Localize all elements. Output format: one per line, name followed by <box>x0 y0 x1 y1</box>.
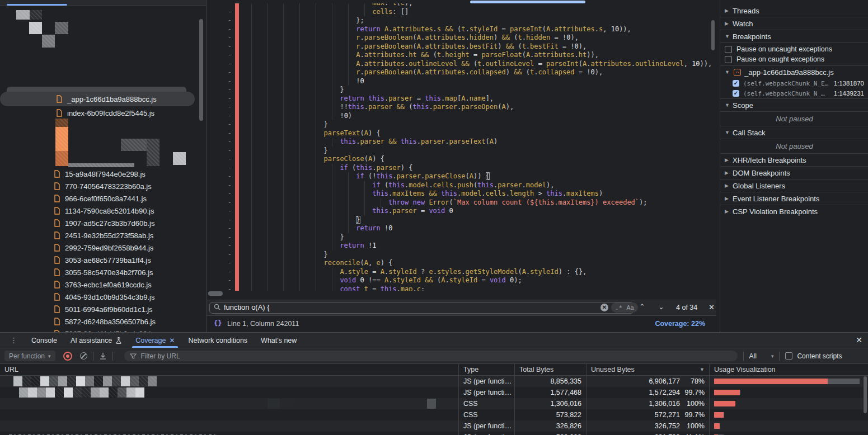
drawer-tab-coverage[interactable]: Coverage✕ <box>129 333 181 348</box>
sidebar-section-threads[interactable]: ▶Threads <box>720 4 868 17</box>
gutter-line-marker[interactable]: - <box>222 60 232 69</box>
file-item[interactable]: 1907-ad5c27c3b3b7d60b.js <box>54 217 154 229</box>
code-view[interactable]: - max: t(e),- cells: []- };- return A.at… <box>207 3 716 291</box>
gutter-line-marker[interactable]: - <box>222 259 232 268</box>
coverage-mode-dropdown[interactable]: Per function ▾ <box>4 351 55 361</box>
gutter-line-marker[interactable]: - <box>222 146 232 155</box>
gutter-line-marker[interactable]: - <box>222 34 232 42</box>
pause-exceptions-option[interactable]: Pause on uncaught exceptions <box>720 44 868 54</box>
sidebar-section-call-stack[interactable]: ▼Call Stack <box>720 126 868 139</box>
clear-coverage-button[interactable] <box>80 352 87 360</box>
close-search-icon[interactable]: ✕ <box>709 303 715 311</box>
table-row[interactable]: JS (per functi…1,577,4681,572,29499.7% <box>0 387 868 398</box>
file-item[interactable]: 1134-7590ca8c52014b90.js <box>54 205 154 217</box>
gutter-line-marker[interactable]: - <box>222 172 232 181</box>
pause-exceptions-option[interactable]: Pause on caught exceptions <box>720 54 868 64</box>
file-item[interactable]: 770-740564783223b60a.js <box>54 180 152 192</box>
file-item[interactable]: index-6b09fcdd8e2f5445.js <box>56 107 154 119</box>
search-next-icon[interactable]: ⌄ <box>658 302 664 311</box>
file-item[interactable]: 3053-ae68c57739ba1ff4.js <box>54 254 151 266</box>
file-item[interactable]: 5872-d6248ba3506507b6.js <box>54 315 156 328</box>
drawer-menu-icon[interactable]: ⋮ <box>10 336 18 344</box>
match-case-toggle[interactable]: Aa <box>626 304 634 311</box>
file-item[interactable]: 3055-58c5470e34b2f706.js <box>54 266 153 278</box>
gutter-line-marker[interactable]: - <box>222 190 232 198</box>
gutter-line-marker[interactable]: - <box>222 181 232 190</box>
file-item-selected[interactable]: _app-1c66d1ba9a888bcc.js <box>56 93 157 105</box>
gutter-line-marker[interactable]: - <box>222 120 232 129</box>
gutter-line-marker[interactable]: - <box>222 129 232 138</box>
gutter-line-marker[interactable]: - <box>222 233 232 242</box>
sidebar-section-watch[interactable]: ▶Watch <box>720 17 868 30</box>
file-item[interactable]: 2992-759ed9bf2658b944.js <box>54 242 153 254</box>
gutter-line-marker[interactable]: - <box>222 268 232 277</box>
file-item[interactable]: 5011-6994a6f9b60dd1c1.js <box>54 303 153 315</box>
sidebar-section-scope[interactable]: ▼Scope <box>720 98 868 111</box>
gutter-line-marker[interactable]: - <box>222 155 232 164</box>
navigator-scrollbar[interactable] <box>199 19 203 121</box>
content-scripts-checkbox[interactable] <box>785 352 792 360</box>
file-item[interactable]: 2451-9e32b55d273f58ab.js <box>54 229 153 242</box>
gutter-line-marker[interactable]: - <box>222 103 232 112</box>
gutter-line-marker[interactable]: - <box>222 68 232 77</box>
column-header-type[interactable]: Type <box>459 364 515 375</box>
table-row[interactable]: CSS573,822572,27199.7% <box>0 409 868 420</box>
breakpoint-file-group[interactable]: ▼‹›_app-1c66d1ba9a888bcc.js <box>720 65 868 78</box>
drawer-tab-console[interactable]: Console <box>25 333 64 348</box>
close-drawer-icon[interactable]: ✕ <box>856 335 862 344</box>
gutter-line-marker[interactable]: - <box>222 242 232 250</box>
gutter-line-marker[interactable]: - <box>222 198 232 207</box>
sidebar-section-event-listener-breakpoints[interactable]: ▶Event Listener Breakpoints <box>720 192 868 205</box>
search-input[interactable] <box>209 302 634 314</box>
filter-by-url-input[interactable]: Filter by URL <box>124 351 738 361</box>
breakpoint-entry[interactable]: ✓(self.webpackChunk_N_E…1:1381870 <box>720 78 868 88</box>
checkbox-unchecked[interactable] <box>725 56 732 63</box>
export-icon[interactable] <box>99 352 107 360</box>
gutter-line-marker[interactable]: - <box>222 77 232 86</box>
gutter-line-marker[interactable]: - <box>222 8 232 17</box>
record-coverage-button[interactable] <box>63 352 72 361</box>
gutter-line-marker[interactable]: - <box>222 276 232 285</box>
checkbox-unchecked[interactable] <box>725 46 732 53</box>
gutter-line-marker[interactable]: - <box>222 25 232 34</box>
gutter-line-marker[interactable]: - <box>222 207 232 216</box>
table-row[interactable]: JS (per functi…326,826326,752100% <box>0 420 868 432</box>
column-header-total-bytes[interactable]: Total Bytes <box>515 364 587 375</box>
coverage-percent-link[interactable]: Coverage: 22% <box>655 320 705 328</box>
gutter-line-marker[interactable]: - <box>222 16 232 25</box>
table-row[interactable]: JS (per functi…8,856,3356,906,17778% <box>0 376 868 387</box>
table-row[interactable]: JS (per functi…563,908231,79841.1% <box>0 432 868 435</box>
file-item[interactable]: 966-6cef0f650c8a7441.js <box>54 192 147 205</box>
checkbox-checked[interactable]: ✓ <box>733 90 739 97</box>
table-row[interactable]: CSS1,306,0161,306,016100% <box>0 398 868 409</box>
column-header-unused-bytes[interactable]: Unused Bytes▼ <box>587 364 710 375</box>
search-previous-icon[interactable]: ⌃ <box>639 302 645 311</box>
drawer-tab-network-conditions[interactable]: Network conditions <box>181 333 254 348</box>
gutter-line-marker[interactable]: - <box>222 51 232 60</box>
coverage-table-scrollbar[interactable] <box>864 376 867 413</box>
file-item[interactable]: 15-a9a48f7944e0e298.js <box>54 168 146 180</box>
gutter-line-marker[interactable]: - <box>222 94 232 103</box>
file-item[interactable]: 3763-ecbc1ef0a619ccdc.js <box>54 278 152 291</box>
gutter-line-marker[interactable]: - <box>222 3 232 8</box>
gutter-line-marker[interactable]: - <box>222 164 232 173</box>
gutter-line-marker[interactable]: - <box>222 138 232 146</box>
editor-horizontal-scrollbar[interactable] <box>208 291 223 296</box>
pretty-print-icon[interactable]: {} <box>214 319 222 327</box>
regex-toggle[interactable]: .* <box>615 304 622 311</box>
gutter-line-marker[interactable]: - <box>222 42 232 51</box>
coverage-type-filter-dropdown[interactable]: All ▾ <box>749 352 774 360</box>
sidebar-section-dom-breakpoints[interactable]: ▶DOM Breakpoints <box>720 166 868 179</box>
drawer-tab-what-s-new[interactable]: What's new <box>254 333 303 348</box>
sidebar-section-csp-violation-breakpoints[interactable]: ▶CSP Violation Breakpoints <box>720 205 868 218</box>
file-item[interactable]: 4045-93d1c0b9d354c3b9.js <box>54 291 154 303</box>
gutter-line-marker[interactable]: - <box>222 216 232 225</box>
gutter-line-marker[interactable]: - <box>222 224 232 233</box>
column-header-usage-visualization[interactable]: Usage Visualization <box>710 364 868 375</box>
gutter-line-marker[interactable]: - <box>222 86 232 94</box>
drawer-tab-ai-assistance[interactable]: AI assistance <box>64 333 129 348</box>
editor-vertical-scrollbar[interactable] <box>711 20 715 50</box>
sidebar-section-global-listeners[interactable]: ▶Global Listeners <box>720 179 868 192</box>
gutter-line-marker[interactable]: - <box>222 112 232 121</box>
column-header-url[interactable]: URL <box>0 364 459 375</box>
